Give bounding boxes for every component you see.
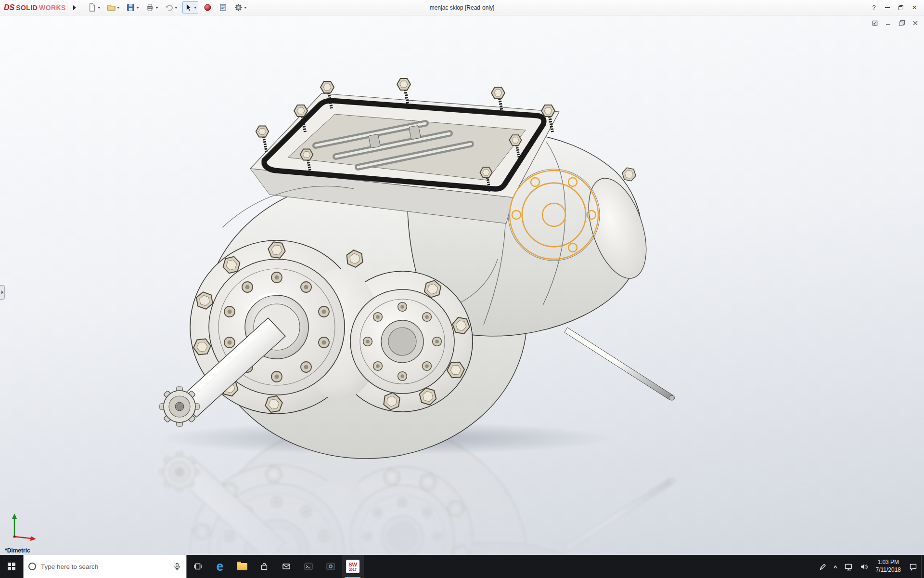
gear-icon <box>234 3 243 12</box>
dropdown-caret-icon[interactable] <box>175 7 178 10</box>
view-orientation-label: *Dimetric <box>5 547 30 554</box>
minimize-icon <box>885 7 890 8</box>
start-button[interactable] <box>0 555 23 578</box>
volume-icon <box>860 562 868 571</box>
dropdown-caret-icon[interactable] <box>136 7 139 10</box>
restore-button[interactable] <box>894 0 908 15</box>
hidden-icons-button[interactable]: ^ <box>830 555 841 578</box>
doc-pin-button[interactable] <box>871 19 878 26</box>
triad-axes-icon <box>8 510 41 543</box>
gearbox-assembly[interactable] <box>160 79 675 459</box>
logo-text-works: WORKS <box>39 4 66 12</box>
undo-button[interactable] <box>163 1 179 13</box>
design-binder-icon <box>218 3 228 12</box>
file-explorer-button[interactable] <box>231 555 253 578</box>
print-icon <box>145 3 154 12</box>
task-view-icon <box>193 562 203 571</box>
folder-icon <box>237 563 247 570</box>
cortana-icon <box>28 563 36 570</box>
chevron-up-icon: ^ <box>834 564 837 571</box>
doc-minimize-button[interactable] <box>885 19 891 26</box>
clock-time: 1:03 PM <box>877 559 899 566</box>
task-view-button[interactable] <box>187 555 209 578</box>
close-button[interactable]: × <box>908 0 921 15</box>
dropdown-caret-icon[interactable] <box>244 7 247 10</box>
main-toolbar <box>86 1 248 13</box>
network-button[interactable] <box>841 555 856 578</box>
print-button[interactable] <box>144 1 160 13</box>
media-app-button[interactable] <box>320 555 342 578</box>
volume-button[interactable] <box>856 555 872 578</box>
document-window-controls <box>871 19 918 26</box>
mail-icon <box>282 562 291 571</box>
restore-icon <box>898 5 904 11</box>
graphics-area[interactable]: *Dimetric <box>0 15 924 555</box>
mail-button[interactable] <box>275 555 297 578</box>
dropdown-caret-icon[interactable] <box>194 7 197 10</box>
dropdown-caret-icon[interactable] <box>155 7 158 10</box>
orientation-triad <box>8 510 41 545</box>
app-titlebar: DS SOLIDWORKS <box>0 0 924 15</box>
ds-logo-icon: DS <box>4 3 14 12</box>
taskbar-search[interactable] <box>23 555 187 578</box>
doc-close-button[interactable] <box>911 19 918 26</box>
new-document-button[interactable] <box>86 1 102 13</box>
clock[interactable]: 1:03 PM 7/11/2018 <box>872 559 906 574</box>
ink-workspace-button[interactable] <box>815 555 830 578</box>
open-button[interactable] <box>105 1 121 13</box>
appearance-button[interactable] <box>202 1 214 13</box>
notification-icon <box>909 562 918 571</box>
store-button[interactable] <box>253 555 275 578</box>
new-document-icon <box>88 3 97 12</box>
save-button[interactable] <box>125 1 141 13</box>
help-button[interactable]: ? <box>867 0 881 15</box>
terminal-icon <box>304 562 313 571</box>
network-icon <box>844 562 853 571</box>
media-app-icon <box>326 562 335 571</box>
edge-icon: e <box>216 560 223 573</box>
window-controls: ? × <box>867 0 921 15</box>
document-title: menjac sklop [Read-only] <box>430 4 495 11</box>
clock-date: 7/11/2018 <box>876 566 901 574</box>
solidworks-app-icon: SW 2017 <box>346 560 359 573</box>
minimize-button[interactable] <box>881 0 894 15</box>
undo-icon <box>165 3 174 12</box>
appearance-sphere-icon <box>203 3 212 12</box>
taskbar-apps: e <box>187 555 364 578</box>
windows-logo-icon <box>8 563 15 570</box>
chevron-left-icon <box>1 290 3 294</box>
featuremanager-collapse-tab[interactable] <box>0 285 5 300</box>
terminal-app-button[interactable] <box>297 555 320 578</box>
options-button[interactable] <box>232 1 248 13</box>
system-tray: ^ 1:03 PM 7/11/2018 <box>815 555 924 578</box>
logo-text-solid: SOLID <box>16 4 38 12</box>
windows-taskbar: e <box>0 555 924 578</box>
solidworks-taskbar-button[interactable]: SW 2017 <box>342 555 364 578</box>
show-desktop-button[interactable] <box>921 555 924 578</box>
edge-button[interactable]: e <box>209 555 231 578</box>
search-input[interactable] <box>41 563 168 570</box>
notification-center-button[interactable] <box>905 555 921 578</box>
doc-restore-button[interactable] <box>898 19 905 26</box>
pen-icon <box>818 562 827 571</box>
gearbox-model[interactable] <box>0 15 924 555</box>
save-icon <box>126 3 135 12</box>
dropdown-caret-icon[interactable] <box>98 7 101 10</box>
store-bag-icon <box>259 562 269 571</box>
open-folder-icon <box>107 3 116 12</box>
select-cursor-icon <box>184 3 193 12</box>
dropdown-caret-icon[interactable] <box>117 7 120 10</box>
microphone-icon[interactable] <box>173 562 181 571</box>
toolbar-flyout-button[interactable] <box>71 2 78 13</box>
select-tool-button[interactable] <box>182 1 198 13</box>
screen: DS SOLIDWORKS <box>0 0 924 578</box>
solidworks-logo[interactable]: DS SOLIDWORKS <box>4 3 66 12</box>
design-binder-button[interactable] <box>217 1 229 13</box>
flyout-arrow-icon <box>73 5 76 10</box>
